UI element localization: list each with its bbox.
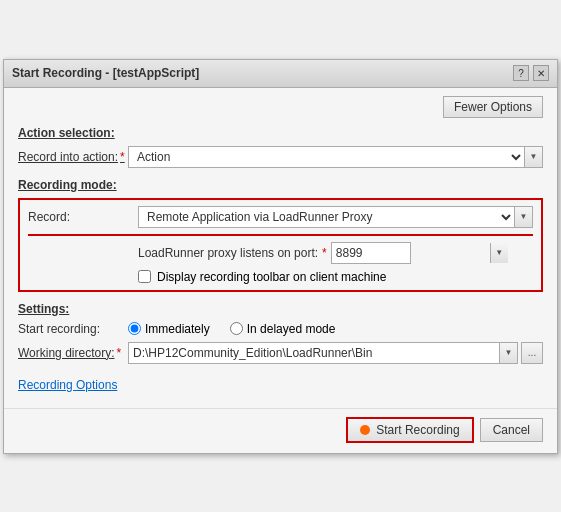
record-icon xyxy=(360,425,370,435)
delayed-mode-option[interactable]: In delayed mode xyxy=(230,322,336,336)
fewer-options-button[interactable]: Fewer Options xyxy=(443,96,543,118)
dialog-window: Start Recording - [testAppScript] ? ✕ Fe… xyxy=(3,59,558,454)
action-selection-label: Action selection: xyxy=(18,126,543,140)
display-toolbar-label: Display recording toolbar on client mach… xyxy=(157,270,386,284)
radio-row: Immediately In delayed mode xyxy=(128,322,335,336)
browse-button[interactable]: ... xyxy=(521,342,543,364)
working-dir-wrapper[interactable] xyxy=(128,342,518,364)
proxy-port-row: LoadRunner proxy listens on port: * xyxy=(28,242,533,264)
start-recording-button[interactable]: Start Recording xyxy=(346,417,473,443)
action-selection-section: Action selection: Record into action:* A… xyxy=(18,126,543,168)
close-button[interactable]: ✕ xyxy=(533,65,549,81)
delayed-mode-radio[interactable] xyxy=(230,322,243,335)
working-dir-form-label: Working directory:* xyxy=(18,346,128,360)
proxy-port-arrow[interactable] xyxy=(490,243,508,263)
recording-mode-label: Recording mode: xyxy=(18,178,543,192)
delayed-mode-label: In delayed mode xyxy=(247,322,336,336)
settings-section: Settings: Start recording: Immediately I… xyxy=(18,302,543,392)
working-dir-input[interactable] xyxy=(129,346,499,360)
record-row: Record: Remote Application via LoadRunne… xyxy=(28,206,533,228)
title-bar: Start Recording - [testAppScript] ? ✕ xyxy=(4,60,557,88)
settings-label: Settings: xyxy=(18,302,543,316)
top-row: Fewer Options xyxy=(18,96,543,118)
action-select-arrow[interactable] xyxy=(524,147,542,167)
help-button[interactable]: ? xyxy=(513,65,529,81)
toolbar-checkbox-row: Display recording toolbar on client mach… xyxy=(138,270,533,284)
display-toolbar-checkbox[interactable] xyxy=(138,270,151,283)
title-controls: ? ✕ xyxy=(513,65,549,81)
cancel-button[interactable]: Cancel xyxy=(480,418,543,442)
immediately-option[interactable]: Immediately xyxy=(128,322,210,336)
recording-options-link[interactable]: Recording Options xyxy=(18,378,117,392)
proxy-port-label: LoadRunner proxy listens on port: xyxy=(138,246,318,260)
recording-mode-section: Recording mode: Record: Remote Applicati… xyxy=(18,178,543,292)
dialog-content: Fewer Options Action selection: Record i… xyxy=(4,88,557,402)
record-mode-select-wrapper[interactable]: Remote Application via LoadRunner Proxy xyxy=(138,206,533,228)
dialog-footer: Start Recording Cancel xyxy=(4,408,557,453)
record-label: Record: xyxy=(28,210,138,224)
record-into-row: Record into action:* Action xyxy=(18,146,543,168)
working-dir-arrow[interactable] xyxy=(499,343,517,363)
immediately-radio[interactable] xyxy=(128,322,141,335)
record-into-label: Record into action:* xyxy=(18,150,128,164)
working-dir-row: Working directory:* ... xyxy=(18,342,543,364)
recording-mode-box: Record: Remote Application via LoadRunne… xyxy=(18,198,543,292)
title-bar-left: Start Recording - [testAppScript] xyxy=(12,66,199,80)
proxy-port-wrapper[interactable] xyxy=(331,242,411,264)
action-select-wrapper[interactable]: Action xyxy=(128,146,543,168)
start-recording-label: Start Recording xyxy=(376,423,459,437)
record-mode-arrow[interactable] xyxy=(514,207,532,227)
immediately-label: Immediately xyxy=(145,322,210,336)
start-recording-row: Start recording: Immediately In delayed … xyxy=(18,322,543,336)
section-divider xyxy=(28,234,533,236)
proxy-port-input[interactable] xyxy=(332,246,490,260)
start-recording-label: Start recording: xyxy=(18,322,128,336)
action-select[interactable]: Action xyxy=(129,149,524,165)
record-mode-select[interactable]: Remote Application via LoadRunner Proxy xyxy=(139,209,514,225)
dialog-title: Start Recording - [testAppScript] xyxy=(12,66,199,80)
